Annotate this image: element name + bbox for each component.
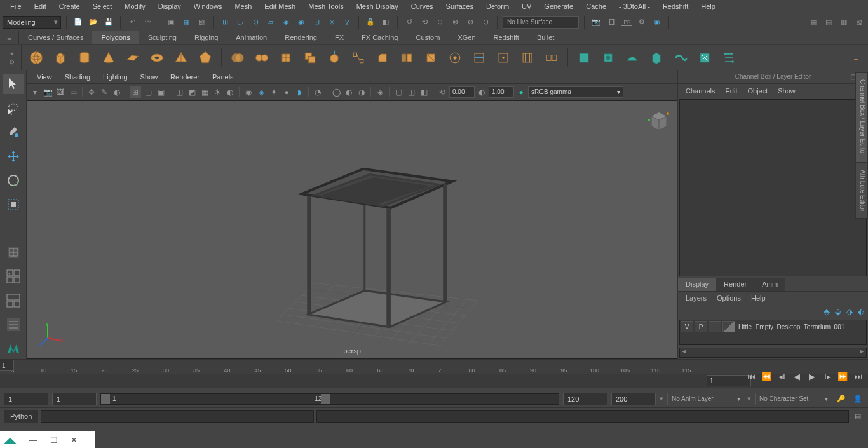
range-dd-arrow1[interactable]: ▾	[660, 395, 663, 403]
render-view-icon[interactable]: ◉	[651, 16, 663, 29]
grease-pencil-icon[interactable]: ✎	[98, 86, 110, 98]
panel-menu-lighting[interactable]: Lighting	[97, 71, 134, 83]
step-forward-key-icon[interactable]: ⏩	[836, 370, 849, 383]
select-component-icon[interactable]: ▨	[195, 16, 208, 29]
layer-name[interactable]: Little_Empty_Desktop_Terrarium_001_	[736, 323, 866, 330]
play-forward-icon[interactable]: ▶	[806, 370, 818, 383]
menu-meshtools[interactable]: Mesh Tools	[302, 1, 349, 12]
shelf-tab-curves[interactable]: Curves / Surfaces	[19, 31, 92, 44]
new-scene-icon[interactable]: 📄	[72, 16, 85, 29]
layer-tab-anim[interactable]: Anim	[754, 278, 785, 291]
menu-help[interactable]: Help	[695, 1, 722, 12]
undo-icon[interactable]: ↶	[126, 16, 139, 29]
range-max-field[interactable]: 200	[611, 393, 656, 405]
snap-view-icon[interactable]: ◈	[280, 16, 292, 29]
layer-up-icon[interactable]: ⬘	[824, 307, 830, 316]
snap-center-icon[interactable]: ⊚	[325, 16, 338, 29]
panel-menu-panels[interactable]: Panels	[206, 71, 240, 83]
window-maximize-icon[interactable]: ☐	[50, 435, 58, 445]
cb-menu-show[interactable]: Show	[773, 85, 801, 97]
depth-field-icon[interactable]: ◔	[312, 86, 323, 98]
menu-editmesh[interactable]: Edit Mesh	[258, 1, 302, 12]
menu-generate[interactable]: Generate	[538, 1, 580, 12]
range-slider-right-handle[interactable]	[321, 394, 330, 404]
menu-edit[interactable]: Edit	[28, 1, 53, 12]
menu-display[interactable]: Display	[152, 1, 187, 12]
layer-menu-options[interactable]: Options	[712, 293, 746, 303]
step-back-icon[interactable]: ◂Ⅰ	[775, 370, 788, 383]
shelf-tab-xgen[interactable]: XGen	[449, 31, 484, 44]
viewport-3d[interactable]: persp y x z	[27, 100, 677, 359]
render-settings-icon[interactable]: ⚙	[635, 16, 648, 29]
poly-platonic-icon[interactable]	[196, 48, 215, 67]
redo-icon[interactable]: ↷	[141, 16, 154, 29]
poly-sphere-icon[interactable]	[27, 48, 46, 67]
film-gate-icon[interactable]: ▭	[67, 86, 79, 98]
grid-toggle-icon[interactable]: ⊞	[130, 86, 141, 98]
poly-cube-icon[interactable]	[51, 48, 70, 67]
shelf-tab-redshift[interactable]: Redshift	[485, 31, 528, 44]
construction2-icon[interactable]: ⊗	[449, 16, 461, 29]
camera-select-icon[interactable]: ▾	[29, 86, 41, 98]
live-surface-field[interactable]: No Live Surface	[503, 16, 579, 29]
gamma-value[interactable]: 1.00	[489, 86, 514, 98]
safe-action-icon[interactable]: ◧	[418, 86, 430, 98]
character-set-dropdown[interactable]: No Character Set	[755, 393, 831, 405]
menu-select[interactable]: Select	[86, 1, 119, 12]
xray-icon[interactable]: ◈	[255, 86, 267, 98]
panel-menu-renderer[interactable]: Renderer	[164, 71, 206, 83]
snap-curve-icon[interactable]: ◡	[234, 16, 247, 29]
poly-mirror-icon[interactable]	[397, 48, 416, 67]
construction3-icon[interactable]: ⊘	[464, 16, 477, 29]
snap-plane-icon[interactable]: ▱	[264, 16, 277, 29]
layer-playback-toggle[interactable]: P	[695, 321, 707, 332]
image-plane-icon[interactable]: 🖼	[55, 86, 66, 98]
ssao-icon[interactable]: ◐	[343, 86, 355, 98]
shelf-tab-rendering[interactable]: Rendering	[276, 31, 326, 44]
wireframe-icon[interactable]: ◫	[173, 86, 185, 98]
isolate-select-icon[interactable]: ◉	[243, 86, 254, 98]
poly-smooth-icon[interactable]	[276, 48, 295, 67]
play-backward-icon[interactable]: ◀	[790, 370, 803, 383]
poly-boolean-icon[interactable]	[301, 48, 320, 67]
autokey-icon[interactable]: 🔑	[835, 393, 848, 405]
snap-toggle-icon[interactable]: ⊡	[310, 16, 323, 29]
menu-cache[interactable]: Cache	[580, 1, 613, 12]
menu-surfaces[interactable]: Surfaces	[440, 1, 480, 12]
snap-point-icon[interactable]: ⊙	[249, 16, 262, 29]
gate-mask-icon[interactable]: ▣	[155, 86, 166, 98]
render-icon[interactable]: 📷	[590, 16, 602, 29]
colorspace-dropdown[interactable]: sRGB gamma	[528, 86, 623, 98]
script-editor-icon[interactable]: ▤	[851, 410, 864, 423]
panel-layout2-icon[interactable]: ▤	[822, 16, 835, 29]
menu-deform[interactable]: Deform	[480, 1, 515, 12]
menu-uv[interactable]: UV	[515, 1, 538, 12]
motion-blur-icon[interactable]: ◗	[294, 86, 305, 98]
panel-layout4-icon[interactable]: ▧	[853, 16, 865, 29]
menu-windows[interactable]: Windows	[187, 1, 229, 12]
range-end-field[interactable]: 120	[563, 393, 607, 405]
color-toggle-icon[interactable]: ●	[515, 86, 527, 98]
poly-bridge-icon[interactable]	[349, 48, 368, 67]
snap-grid-icon[interactable]: ⊞	[219, 16, 231, 29]
shelf-tab-bullet[interactable]: Bullet	[528, 31, 564, 44]
layer-scrollbar[interactable]	[679, 348, 867, 358]
poly-torus-icon[interactable]	[147, 48, 166, 67]
layer-visibility-toggle[interactable]: V	[681, 321, 693, 332]
cb-menu-edit[interactable]: Edit	[720, 85, 742, 97]
open-scene-icon[interactable]: 📂	[87, 16, 100, 29]
side-tab-attribute-editor[interactable]: Attribute Editor	[855, 163, 868, 219]
time-ruler[interactable]: 5101520253035404550556065707580859095100…	[0, 360, 868, 374]
shelf-right-icon[interactable]: ≡	[846, 48, 865, 67]
history-icon[interactable]: ⟲	[418, 16, 431, 29]
poly-bevel-icon[interactable]	[373, 48, 392, 67]
window-close-icon[interactable]: ✕	[71, 435, 78, 445]
layer-add-selected-icon[interactable]: ⬗	[846, 307, 853, 316]
select-tool-icon[interactable]	[3, 74, 24, 94]
shelf-tab-polygons[interactable]: Polygons	[92, 31, 139, 44]
isolate-icon[interactable]: ↺	[403, 16, 416, 29]
save-scene-icon[interactable]: 💾	[102, 16, 115, 29]
range-slider-left-handle[interactable]	[101, 394, 110, 404]
go-to-end-icon[interactable]: ⏭	[851, 370, 864, 383]
paint-select-tool-icon[interactable]	[3, 122, 24, 142]
